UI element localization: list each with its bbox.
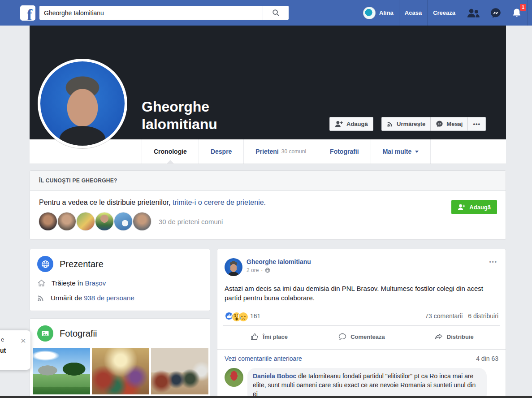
friend-avatar[interactable]: [133, 212, 151, 230]
search-bar: [39, 6, 289, 20]
mutual-friends-count: 30 de prieteni comuni: [159, 218, 223, 225]
photo-thumbnail[interactable]: [33, 348, 90, 394]
section-body: Pentru a vedea ce le distribuie prieteni…: [30, 191, 506, 239]
post-author-avatar[interactable]: [225, 258, 242, 276]
messenger-icon: [490, 7, 502, 19]
photos-card: Fotografii: [30, 318, 210, 398]
nav-user-name: Alina: [379, 9, 394, 16]
tab-prieteni[interactable]: Prieteni30 comuni: [243, 139, 318, 164]
follow-button[interactable]: Urmăreşte: [381, 117, 431, 131]
person-add-icon: [335, 121, 343, 127]
friend-avatar[interactable]: [77, 212, 95, 230]
add-friend-button[interactable]: Adaugă: [329, 117, 373, 131]
messenger-small-icon: [436, 120, 443, 128]
messenger-button[interactable]: [485, 0, 506, 26]
reactions-group[interactable]: 161: [225, 311, 260, 320]
shares-count[interactable]: 6 distribuiri: [468, 312, 498, 320]
city-link[interactable]: Brașov: [85, 279, 106, 287]
post-header: Gheorghe Ialomitianu 2 ore · •••: [217, 249, 506, 276]
mutual-count-badge: 30 comuni: [281, 148, 306, 155]
top-navigation-bar: f Alina Acasă Creează: [0, 0, 532, 26]
search-input[interactable]: [39, 6, 263, 20]
photo-grid: [33, 348, 207, 394]
lives-in-row: Trăiește în Brașov: [37, 279, 203, 287]
view-previous-comments-link[interactable]: Vezi comentariile anterioare: [225, 355, 302, 362]
friend-requests-icon: [466, 8, 480, 18]
share-button[interactable]: Distribuie: [408, 328, 500, 346]
cutoff-popup: × e ut: [0, 330, 30, 370]
share-arrow-icon: [434, 332, 443, 341]
friend-avatar[interactable]: [39, 212, 57, 230]
tab-mai-multe[interactable]: Mai multe: [371, 139, 431, 164]
comment-author-name[interactable]: Daniela Boboc: [253, 372, 296, 380]
intro-title: Prezentare: [60, 259, 104, 269]
post-timestamp[interactable]: 2 ore ·: [247, 267, 486, 273]
post-text: Astazi am decis sa imi dau demisia din P…: [217, 284, 506, 303]
followers-link[interactable]: 938 de persoane: [84, 294, 134, 302]
comment-author-avatar[interactable]: [225, 368, 243, 387]
thumb-up-icon: [250, 332, 259, 341]
more-options-button[interactable]: •••: [468, 117, 486, 131]
close-icon[interactable]: ×: [21, 336, 26, 345]
comments-section: Vezi comentariile anterioare 4 din 63 Da…: [217, 349, 506, 398]
person-add-icon: [458, 204, 466, 210]
photos-title[interactable]: Fotografii: [60, 329, 97, 339]
reaction-count: 161: [250, 312, 260, 320]
chevron-down-icon: [415, 151, 419, 153]
facebook-profile-page: { "nav": { "search_value": "Gheorghe Ial…: [0, 0, 532, 398]
follow-rss-icon: [387, 121, 394, 127]
post-card: Gheorghe Ialomitianu 2 ore · ••• Astazi …: [217, 249, 506, 398]
facebook-logo[interactable]: f: [20, 5, 35, 21]
followed-by-row: Urmărit de 938 de persoane: [37, 294, 203, 302]
comment-bubble-icon: [338, 332, 347, 341]
post-author-name[interactable]: Gheorghe Ialomitianu: [247, 258, 486, 265]
comment-item: Daniela Boboc dle Ialomiteanu fondati pa…: [225, 368, 498, 398]
privacy-globe-icon: [265, 268, 270, 273]
friend-avatar[interactable]: [58, 212, 76, 230]
friend-request-hint: Pentru a vedea ce le distribuie prieteni…: [39, 199, 497, 207]
profile-picture[interactable]: [38, 59, 127, 148]
photo-thumbnail[interactable]: [92, 348, 149, 394]
add-friend-green-button[interactable]: Adaugă: [451, 200, 497, 214]
post-more-button[interactable]: •••: [486, 258, 500, 276]
popup-text-line2: ut: [0, 347, 6, 354]
notification-badge: 1: [520, 4, 526, 11]
comments-pagination: 4 din 63: [476, 355, 498, 362]
do-you-know-section: ÎL CUNOŞTI PE GHEORGHE? Pentru a vedea c…: [30, 170, 506, 240]
message-button[interactable]: Mesaj: [431, 117, 468, 131]
like-button[interactable]: Îmi place: [223, 328, 315, 346]
user-avatar: [363, 7, 376, 19]
popup-text-line1: e: [1, 336, 4, 343]
intro-card: Prezentare Trăiește în Brașov Urmărit de…: [30, 249, 210, 311]
magnifier-icon: [272, 9, 280, 17]
notifications-button[interactable]: 1: [506, 0, 527, 26]
nav-create-link[interactable]: Creează: [428, 0, 461, 26]
cover-button-group: Urmăreşte Mesaj •••: [381, 117, 486, 131]
window-bottom-edge: [0, 396, 532, 398]
section-title: ÎL CUNOŞTI PE GHEORGHE?: [30, 171, 506, 191]
friend-requests-button[interactable]: [461, 0, 485, 26]
comments-count[interactable]: 73 comentarii: [425, 312, 463, 320]
post-action-bar: Îmi place Comentează Distribuie: [223, 325, 500, 347]
comment-bubble: Daniela Boboc dle Ialomiteanu fondati pa…: [247, 368, 487, 398]
nav-right-cluster: Alina Acasă Creează 1: [358, 0, 528, 26]
mutual-friends-row: 30 de prieteni comuni: [39, 212, 497, 230]
nav-home-link[interactable]: Acasă: [399, 0, 427, 26]
photo-thumbnail[interactable]: [151, 348, 208, 394]
divider: [527, 0, 528, 26]
tab-fotografii[interactable]: Fotografii: [318, 139, 371, 164]
nav-profile-link[interactable]: Alina: [358, 0, 399, 26]
home-icon: [37, 279, 46, 287]
friend-avatar[interactable]: [114, 212, 132, 230]
friend-avatar[interactable]: [95, 212, 113, 230]
comment-button[interactable]: Comentează: [315, 328, 407, 346]
globe-icon: [37, 256, 53, 272]
tab-despre[interactable]: Despre: [199, 139, 243, 164]
search-button[interactable]: [263, 6, 289, 20]
sad-reaction-icon: [238, 311, 247, 320]
tab-cronologie[interactable]: Cronologie: [142, 139, 199, 164]
send-friend-request-link[interactable]: trimite-i o cerere de prietenie.: [173, 199, 266, 206]
photos-icon: [37, 325, 53, 342]
profile-name: Gheorghe Ialomitianu: [142, 98, 249, 133]
post-summary-row: 161 73 comentarii 6 distribuiri: [217, 311, 506, 325]
